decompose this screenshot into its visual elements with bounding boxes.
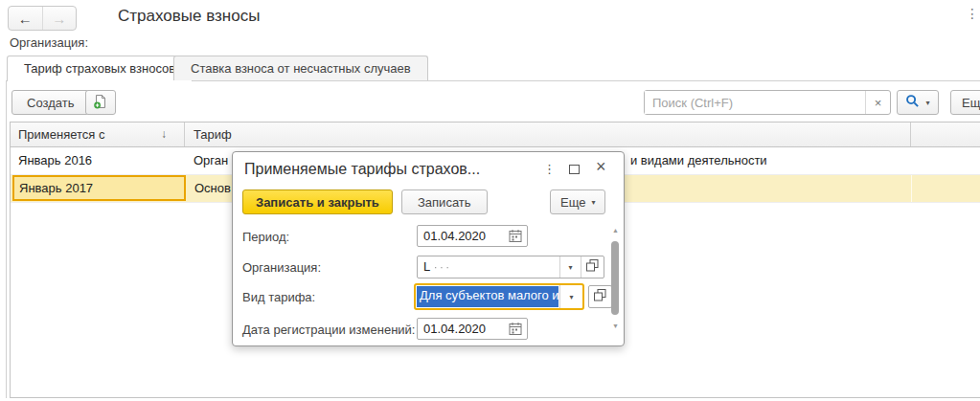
tariff-text-fragment: Основ xyxy=(194,181,231,195)
maximize-icon[interactable] xyxy=(569,165,580,174)
create-copy-button[interactable] xyxy=(85,90,116,115)
applied-tariffs-dialog: Применяемые тарифы страхов... ⋮ × Записа… xyxy=(232,151,625,346)
tab-label: Ставка взноса от несчастных случаев xyxy=(191,61,411,76)
chevron-down-icon: ▾ xyxy=(591,198,595,207)
kebab-icon: ⋮ xyxy=(966,6,979,21)
back-button[interactable]: ← xyxy=(9,7,42,30)
period-label: Период: xyxy=(242,230,289,244)
tariff-text-fragment: и видами деятельности xyxy=(630,147,767,174)
period-value: 01.04.2020 xyxy=(423,226,486,246)
more-label: Еще xyxy=(560,195,585,210)
search-input[interactable] xyxy=(645,91,865,114)
create-button-label: Создать xyxy=(27,96,74,110)
save-and-close-button[interactable]: Записать и закрыть xyxy=(242,189,393,214)
registration-date-input[interactable]: 01.04.2020 xyxy=(417,318,528,340)
open-form-icon xyxy=(586,259,599,275)
tariff-kind-dropdown-button[interactable]: ▾ xyxy=(559,285,582,308)
scroll-down-icon[interactable]: ▼ xyxy=(612,323,619,329)
organization-input[interactable]: L ··· ▾ xyxy=(417,256,604,278)
kebab-icon: ⋮ xyxy=(543,162,556,176)
cell-applies-from: Январь 2016 xyxy=(11,147,185,174)
scroll-up-icon[interactable]: ▲ xyxy=(612,227,619,234)
page-title: Страховые взносы xyxy=(118,7,260,26)
search-field-group: × xyxy=(644,90,891,115)
save-and-close-label: Записать и закрыть xyxy=(256,195,379,210)
organization-value-redacted: ··· xyxy=(433,259,451,274)
column-header-label: Применяется с xyxy=(18,127,104,142)
tab-insurance-tariff[interactable]: Тариф страховых взносов xyxy=(7,56,193,81)
close-icon: × xyxy=(596,157,606,176)
organization-open-button[interactable] xyxy=(581,256,604,278)
forward-button[interactable]: → xyxy=(42,7,77,30)
open-form-icon xyxy=(594,289,606,304)
column-header-label: Тариф xyxy=(194,127,232,142)
chevron-down-icon: ▾ xyxy=(568,263,572,272)
period-date-input[interactable]: 01.04.2020 xyxy=(417,225,528,247)
back-icon: ← xyxy=(18,11,33,27)
organization-dropdown-button[interactable]: ▾ xyxy=(559,256,581,278)
dialog-scrollbar-thumb[interactable] xyxy=(611,241,619,315)
search-clear-button[interactable]: × xyxy=(865,91,890,114)
document-plus-icon xyxy=(93,94,108,112)
tariff-kind-input-focused[interactable]: Для субъектов малого ил ▾ xyxy=(414,283,584,310)
search-button[interactable]: ▾ xyxy=(897,90,939,115)
tariff-kind-label: Вид тарифа: xyxy=(242,290,315,304)
save-label: Записать xyxy=(418,195,471,210)
save-button[interactable]: Записать xyxy=(401,189,488,214)
registration-date-value: 01.04.2020 xyxy=(423,319,486,339)
dialog-title: Применяемые тарифы страхов... xyxy=(244,161,536,178)
forward-icon: → xyxy=(52,11,66,27)
tab-label: Тариф страховых взносов xyxy=(24,61,175,76)
tariff-text-fragment: Орган xyxy=(194,153,228,167)
tariff-kind-selected-text: Для субъектов малого ил xyxy=(417,286,558,307)
more-button-label: Еще xyxy=(962,96,980,110)
dialog-close-button[interactable]: × xyxy=(596,157,606,177)
tab-accident-rate[interactable]: Ставка взноса от несчастных случаев xyxy=(173,56,428,80)
tariff-kind-open-button[interactable] xyxy=(588,285,612,308)
list-more-button[interactable]: Еще xyxy=(950,90,980,115)
search-icon xyxy=(905,94,920,111)
nav-history-group: ← → xyxy=(8,6,77,31)
sort-desc-icon: ↓ xyxy=(161,123,167,146)
chevron-down-icon: ▾ xyxy=(569,293,573,301)
calendar-icon[interactable] xyxy=(509,229,522,246)
column-header-tariff[interactable]: Тариф xyxy=(185,123,911,146)
dialog-more-button[interactable]: Еще ▾ xyxy=(550,189,605,214)
chevron-down-icon: ▾ xyxy=(925,99,929,107)
column-header-applies-from[interactable]: Применяется с ↓ xyxy=(11,123,185,146)
cell-applies-from-active: Январь 2017 xyxy=(12,175,186,201)
clear-icon: × xyxy=(875,96,882,110)
create-button[interactable]: Создать xyxy=(11,90,89,115)
window-more-menu[interactable]: ⋮ xyxy=(966,6,979,21)
calendar-icon[interactable] xyxy=(509,322,522,339)
organization-label: Организация: xyxy=(242,260,321,275)
organization-filter-label: Организация: xyxy=(10,35,88,50)
table-header-row: Применяется с ↓ Тариф xyxy=(11,123,980,147)
registration-date-label: Дата регистрации изменений: xyxy=(242,323,415,337)
dialog-more-menu[interactable]: ⋮ xyxy=(543,162,556,176)
organization-value: L xyxy=(423,259,430,274)
